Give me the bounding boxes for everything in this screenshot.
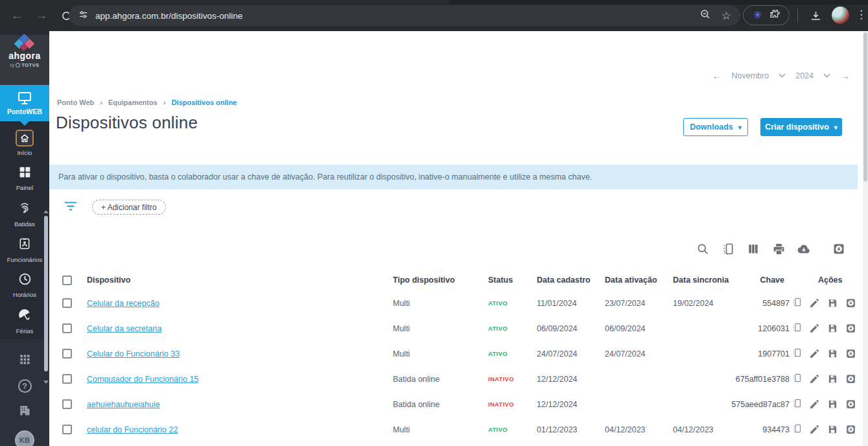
- archive-download-icon[interactable]: [845, 373, 856, 385]
- cloud-download-icon[interactable]: [797, 242, 811, 256]
- site-settings-icon[interactable]: [78, 9, 89, 23]
- device-link[interactable]: Celular da recepção: [87, 299, 159, 308]
- archive-download-icon[interactable]: [845, 348, 856, 360]
- edit-icon[interactable]: [808, 424, 820, 436]
- edit-icon[interactable]: [808, 373, 820, 385]
- bookmark-star-icon[interactable]: ☆: [721, 9, 731, 23]
- add-filter-button[interactable]: + Adicionar filtro: [92, 200, 166, 215]
- sidebar-item-painel[interactable]: Painel: [0, 165, 49, 201]
- sidebar-item-pontoweb[interactable]: PontoWEB: [0, 85, 49, 121]
- downloads-button[interactable]: Downloads▾: [683, 118, 748, 136]
- search-icon[interactable]: [696, 242, 710, 256]
- col-dispositivo: Dispositivo: [87, 276, 393, 285]
- save-icon[interactable]: [827, 399, 838, 410]
- extensions-puzzle-icon[interactable]: [769, 8, 780, 22]
- sidebar-scrollbar[interactable]: [43, 210, 49, 424]
- caret-down-icon: ▾: [738, 124, 742, 131]
- copy-key-icon[interactable]: [792, 297, 802, 309]
- company-building-icon[interactable]: [18, 404, 31, 419]
- archive-download-icon[interactable]: [845, 298, 856, 309]
- sidebar-item-label: Férias: [16, 327, 33, 334]
- sidebar-scroll-thumb[interactable]: [44, 216, 48, 371]
- save-icon[interactable]: [827, 298, 838, 309]
- browser-back-icon[interactable]: ←: [9, 8, 25, 23]
- breadcrumb-ponto-web[interactable]: Ponto Web: [57, 99, 94, 106]
- scroll-up-arrow[interactable]: [43, 210, 49, 213]
- breadcrumb-current: Dispositivos online: [172, 99, 237, 106]
- select-all-checkbox[interactable]: [62, 276, 72, 285]
- sidebar-menu: Início Painel Batidas Funcionários Horár…: [0, 121, 49, 339]
- export-archive-icon[interactable]: [832, 242, 846, 256]
- device-link[interactable]: celular do Funcionário 22: [87, 425, 178, 434]
- extensions-pill[interactable]: ✳: [743, 5, 790, 25]
- sidebar-item-ferias[interactable]: Férias: [0, 308, 49, 344]
- copy-key-icon[interactable]: [792, 322, 802, 334]
- page-scrollbar[interactable]: [863, 31, 868, 446]
- copy-key-icon[interactable]: [792, 423, 802, 436]
- status-badge: ATIVO: [488, 426, 537, 433]
- caret-down-icon: ▾: [834, 124, 838, 131]
- page-scroll-thumb[interactable]: [863, 32, 867, 182]
- month-select[interactable]: Novembro: [732, 71, 769, 80]
- row-checkbox[interactable]: [62, 425, 72, 434]
- month-chevron-icon[interactable]: [779, 73, 786, 78]
- save-icon[interactable]: [827, 348, 838, 360]
- sidebar-item-batidas[interactable]: Batidas: [0, 201, 49, 237]
- browser-forward-icon[interactable]: →: [34, 8, 49, 23]
- totvs-icon: [16, 63, 20, 67]
- url-text[interactable]: app.ahgora.com.br/dispositivos-online: [95, 11, 699, 21]
- device-link[interactable]: aehuiehauhueiahuie: [87, 400, 160, 409]
- row-checkbox[interactable]: [62, 298, 72, 308]
- row-checkbox[interactable]: [62, 349, 72, 358]
- edit-icon[interactable]: [808, 323, 820, 334]
- columns-icon[interactable]: [746, 242, 760, 256]
- url-bar[interactable]: app.ahgora.com.br/dispositivos-online ☆: [69, 5, 740, 26]
- create-device-button[interactable]: Criar dispositivo▾: [760, 118, 842, 136]
- copy-key-icon[interactable]: [792, 347, 802, 360]
- copy-device-icon[interactable]: [721, 242, 735, 256]
- next-month-icon[interactable]: →: [840, 70, 850, 81]
- year-select[interactable]: 2024: [795, 71, 814, 80]
- breadcrumb-equipamentos[interactable]: Equipamentos: [108, 99, 158, 106]
- edit-icon[interactable]: [808, 399, 820, 410]
- device-link[interactable]: Celular do Funcionário 33: [87, 349, 180, 358]
- toolbar-divider: [797, 9, 798, 22]
- copy-key-icon[interactable]: [792, 398, 802, 410]
- device-link[interactable]: Computador do Funcionário 15: [87, 375, 198, 384]
- row-checkbox[interactable]: [62, 374, 72, 384]
- help-icon[interactable]: ?: [18, 379, 32, 393]
- downloads-tray-icon[interactable]: [808, 8, 823, 23]
- sidebar-item-horarios[interactable]: Horários: [0, 272, 49, 308]
- row-checkbox[interactable]: [62, 399, 72, 409]
- save-icon[interactable]: [827, 424, 838, 436]
- extension-burst-icon[interactable]: ✳: [753, 10, 762, 21]
- scroll-down-arrow[interactable]: [43, 381, 49, 384]
- browser-menu-icon[interactable]: ⋮: [856, 8, 867, 21]
- archive-download-icon[interactable]: [845, 399, 856, 410]
- save-icon[interactable]: [827, 373, 838, 385]
- sidebar-item-label: Funcionários: [7, 256, 42, 263]
- sidebar-item-label: Início: [18, 149, 32, 156]
- filter-funnel-icon[interactable]: [64, 200, 78, 215]
- edit-icon[interactable]: [808, 298, 820, 309]
- device-link[interactable]: Celular da secretaria: [87, 324, 161, 333]
- archive-download-icon[interactable]: [845, 323, 856, 334]
- zoom-out-icon[interactable]: [699, 8, 711, 23]
- archive-download-icon[interactable]: [845, 424, 856, 436]
- sidebar-item-inicio[interactable]: Início: [0, 130, 49, 165]
- browser-profile-avatar[interactable]: [832, 6, 849, 24]
- save-icon[interactable]: [827, 323, 838, 334]
- prev-month-icon[interactable]: ←: [712, 70, 722, 81]
- copy-key-icon[interactable]: [792, 373, 802, 385]
- sidebar-item-funcionarios[interactable]: Funcionários: [0, 237, 49, 272]
- apps-grid-icon[interactable]: [19, 353, 31, 368]
- sidebar-item-label: Horários: [13, 291, 36, 298]
- print-icon[interactable]: [771, 242, 786, 256]
- cell-ativacao: 23/07/2024: [605, 299, 673, 308]
- year-chevron-icon[interactable]: [823, 73, 830, 78]
- row-checkbox[interactable]: [62, 323, 72, 333]
- active-tab[interactable]: [0, 0, 449, 5]
- ahgora-diamond-icon: [12, 35, 38, 51]
- user-avatar[interactable]: KB: [15, 430, 34, 446]
- edit-icon[interactable]: [808, 348, 820, 360]
